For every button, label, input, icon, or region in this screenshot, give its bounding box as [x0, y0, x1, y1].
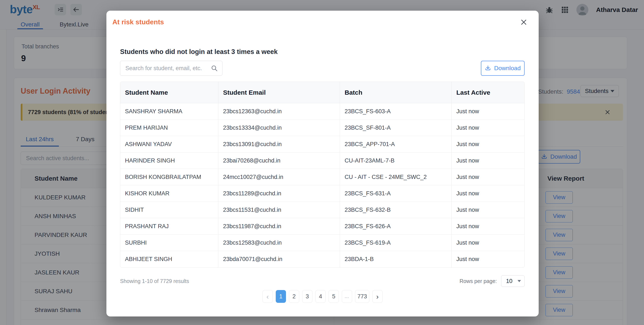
col-last-active: Last Active [452, 82, 524, 103]
table-row: ASHWANI YADAV23bcs13091@cuchd.in23BCS_AP… [120, 136, 524, 152]
cell-name: SIDHIT [120, 202, 218, 218]
cell-last-active: Just now [452, 234, 524, 251]
cell-email: 23bcs13334@cuchd.in [218, 120, 340, 136]
cell-email: 23bcs11531@cuchd.in [218, 202, 340, 218]
cell-email: 23bcs12583@cuchd.in [218, 234, 340, 251]
table-row: SIDHIT23bcs11531@cuchd.in23BCS_FS-632-BJ… [120, 202, 524, 218]
modal-close-button[interactable] [519, 18, 528, 27]
at-risk-table-header: Student Name Student Email Batch Last Ac… [120, 82, 524, 103]
results-count: Showing 1-10 of 7729 results [120, 278, 189, 284]
table-row: SANSHRAY SHARMA23bcs12363@cuchd.in23BCS_… [120, 103, 524, 120]
cell-name: ASHWANI YADAV [120, 136, 218, 152]
cell-name: HARINDER SINGH [120, 152, 218, 169]
cell-last-active: Just now [452, 103, 524, 120]
cell-last-active: Just now [452, 169, 524, 185]
cell-name: SURBHI [120, 234, 218, 251]
chevron-down-icon [518, 280, 521, 282]
table-row: ABHIJEET SINGH23bda70071@cuchd.in23BDA-1… [120, 251, 524, 268]
cell-email: 23bda70071@cuchd.in [218, 251, 340, 268]
col-student-email: Student Email [218, 82, 340, 103]
cell-batch: 23BCS_FS-631-A [340, 185, 452, 202]
cell-last-active: Just now [452, 218, 524, 234]
at-risk-table: Student Name Student Email Batch Last Ac… [120, 82, 524, 268]
cell-batch: 23BCS_FS-603-A [340, 103, 452, 120]
next-page-button[interactable]: › [372, 290, 382, 303]
modal-subtitle: Students who did not login at least 3 ti… [120, 48, 278, 56]
cell-batch: CU - AIT - CSE - 24ME_SWC_2 [340, 169, 452, 185]
table-row: PREM HARIJAN23bcs13334@cuchd.in23BCS_SF-… [120, 120, 524, 136]
page-button-773[interactable]: 773 [355, 290, 369, 303]
table-row: SURBHI23bcs12583@cuchd.in23BCS_FS-619-AJ… [120, 234, 524, 251]
cell-last-active: Just now [452, 136, 524, 152]
app-root: byteXL Atharva Datar Overall Bytexl.Live… [0, 0, 644, 325]
cell-last-active: Just now [452, 120, 524, 136]
cell-last-active: Just now [452, 185, 524, 202]
cell-email: 23bcs12363@cuchd.in [218, 103, 340, 120]
modal-search [120, 61, 222, 76]
page-button-2[interactable]: 2 [289, 290, 299, 303]
at-risk-students-modal: At risk students Students who did not lo… [106, 11, 539, 316]
rows-per-page-select[interactable]: 10 [501, 275, 524, 287]
cell-email: 24mcc10027@cuchd.in [218, 169, 340, 185]
table-row: BORISH KONGBRAILATPAM24mcc10027@cuchd.in… [120, 169, 524, 185]
modal-title: At risk students [112, 18, 164, 26]
cell-name: PREM HARIJAN [120, 120, 218, 136]
table-row: KISHOR KUMAR23bcs11289@cuchd.in23BCS_FS-… [120, 185, 524, 202]
page-ellipsis[interactable]: … [342, 290, 352, 303]
pagination: ‹ 1 2 3 4 5 … 773 › [106, 290, 539, 303]
rows-per-page: Rows per page: 10 [460, 275, 524, 287]
close-icon [520, 18, 528, 26]
cell-batch: 23BCS_FS-626-A [340, 218, 452, 234]
page-button-5[interactable]: 5 [328, 290, 339, 303]
cell-email: 23bai70268@cuchd.in [218, 152, 340, 169]
cell-batch: 23BCS_APP-701-A [340, 136, 452, 152]
cell-name: ABHIJEET SINGH [120, 251, 218, 268]
cell-batch: 23BDA-1-B [340, 251, 452, 268]
cell-name: SANSHRAY SHARMA [120, 103, 218, 120]
page-button-3[interactable]: 3 [302, 290, 312, 303]
page-button-1[interactable]: 1 [276, 290, 286, 303]
cell-batch: 23BCS_FS-619-A [340, 234, 452, 251]
cell-email: 23bcs11987@cuchd.in [218, 218, 340, 234]
cell-last-active: Just now [452, 152, 524, 169]
download-icon [485, 65, 491, 72]
cell-email: 23bcs13091@cuchd.in [218, 136, 340, 152]
page-button-4[interactable]: 4 [316, 290, 326, 303]
prev-page-button[interactable]: ‹ [262, 290, 273, 303]
cell-email: 23bcs11289@cuchd.in [218, 185, 340, 202]
rows-per-page-value: 10 [506, 278, 512, 284]
cell-name: PRASHANT RAJ [120, 218, 218, 234]
cell-last-active: Just now [452, 251, 524, 268]
col-student-name: Student Name [120, 82, 218, 103]
search-icon [210, 64, 218, 72]
cell-last-active: Just now [452, 202, 524, 218]
cell-name: KISHOR KUMAR [120, 185, 218, 202]
cell-name: BORISH KONGBRAILATPAM [120, 169, 218, 185]
table-row: HARINDER SINGH23bai70268@cuchd.inCU-AIT-… [120, 152, 524, 169]
col-batch: Batch [340, 82, 452, 103]
cell-batch: 23BCS_FS-632-B [340, 202, 452, 218]
cell-batch: CU-AIT-23AML-7-B [340, 152, 452, 169]
modal-download-button[interactable]: Download [481, 61, 524, 76]
cell-batch: 23BCS_SF-801-A [340, 120, 452, 136]
table-footer: Showing 1-10 of 7729 results Rows per pa… [120, 275, 524, 288]
table-row: PRASHANT RAJ23bcs11987@cuchd.in23BCS_FS-… [120, 218, 524, 234]
rows-per-page-label: Rows per page: [460, 278, 497, 284]
modal-download-label: Download [494, 65, 521, 72]
modal-search-input[interactable] [120, 61, 222, 76]
